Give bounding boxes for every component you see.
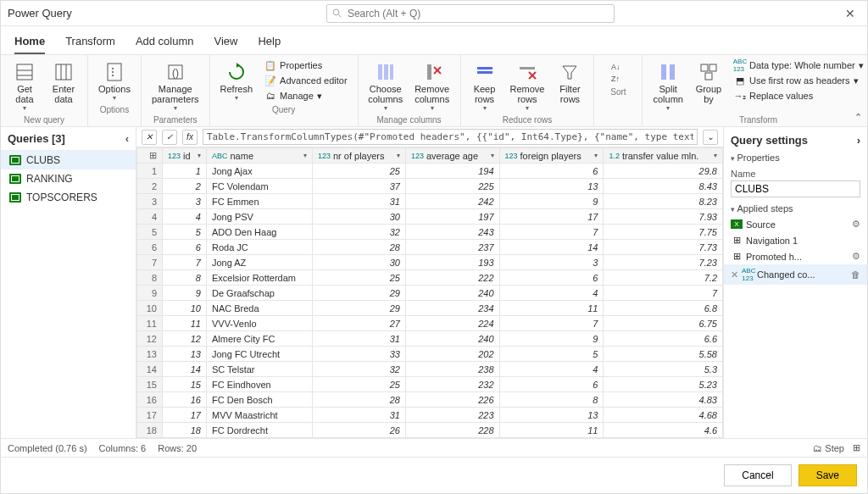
table-row[interactable]: 88Excelsior Rotterdam2522267.2 <box>137 270 723 286</box>
search-box[interactable]: Search (Alt + Q) <box>326 4 615 23</box>
split-column-button[interactable]: Split column▾ <box>649 58 686 114</box>
close-icon[interactable]: ✕ <box>840 7 860 20</box>
column-filter-icon[interactable]: ▾ <box>303 152 307 159</box>
diagram-view-icon[interactable]: ⊞ <box>853 442 860 453</box>
queries-panel: Queries [3]‹ CLUBSRANKINGTOPSCORERS <box>1 127 136 438</box>
ribbon-tabs: HomeTransformAdd columnViewHelp <box>1 26 867 55</box>
tab-help[interactable]: Help <box>258 31 281 54</box>
refresh-button[interactable]: Refresh▾ <box>217 58 257 103</box>
svg-text:Z↑: Z↑ <box>611 75 620 83</box>
accept-formula-icon[interactable]: ✓ <box>162 130 177 145</box>
applied-step[interactable]: ⊞Promoted h...⚙ <box>724 248 867 264</box>
table-row[interactable]: 11Jong Ajax25194629.8 <box>137 164 723 179</box>
step-button[interactable]: 🗂 Step <box>813 443 844 453</box>
select-all[interactable]: ⊞ <box>137 148 163 164</box>
get-data-button[interactable]: Get data▾ <box>8 58 42 114</box>
table-row[interactable]: 1414SC Telstar3223845.3 <box>137 362 723 377</box>
collapse-ribbon-icon[interactable]: ⌃ <box>854 112 862 123</box>
collapse-queries-icon[interactable]: ‹ <box>125 132 129 145</box>
save-button[interactable]: Save <box>798 464 857 486</box>
group-by-button[interactable]: Group by <box>692 58 726 106</box>
applied-step[interactable]: ✕ABC123Changed co...🗑 <box>724 264 867 285</box>
applied-step[interactable]: ⊞Navigation 1 <box>724 232 867 248</box>
svg-rect-33 <box>705 73 712 80</box>
table-row[interactable]: 99De Graafschap2924047 <box>137 286 723 301</box>
column-filter-icon[interactable]: ▾ <box>397 152 400 159</box>
table-row[interactable]: 1313Jong FC Utrecht3320255.58 <box>137 347 723 362</box>
properties-section[interactable]: Properties <box>724 150 867 165</box>
advanced-editor-button[interactable]: 📝Advanced editor <box>261 74 351 87</box>
table-row[interactable]: 44Jong PSV30197177.93 <box>137 209 723 225</box>
filter-rows-button[interactable]: Filter rows <box>553 58 587 106</box>
svg-rect-16 <box>384 64 388 80</box>
tab-view[interactable]: View <box>214 31 238 54</box>
remove-columns-button[interactable]: Remove columns▾ <box>411 58 453 114</box>
expand-formula-icon[interactable]: ⌄ <box>703 130 718 145</box>
status-completed: Completed (0.76 s) <box>8 443 87 453</box>
cancel-button[interactable]: Cancel <box>724 464 791 486</box>
replace-values-button[interactable]: →₂Replace values <box>731 89 867 103</box>
manage-parameters-button[interactable]: ()Manage parameters▾ <box>148 58 203 114</box>
table-row[interactable]: 1515FC Eindhoven2523265.23 <box>137 377 723 392</box>
keep-rows-button[interactable]: Keep rows▾ <box>468 58 502 114</box>
remove-rows-button[interactable]: Remove rows▾ <box>507 58 548 114</box>
query-item[interactable]: TOPSCORERS <box>1 188 136 207</box>
data-type-button[interactable]: ABC123Data type: Whole number ▾ <box>731 58 867 72</box>
table-row[interactable]: 1818FC Dordrecht26228114.6 <box>137 423 723 438</box>
query-name-input[interactable] <box>731 180 860 197</box>
manage-button[interactable]: 🗂Manage ▾ <box>261 89 351 103</box>
gear-icon[interactable]: ⚙ <box>852 219 860 230</box>
gear-icon[interactable]: ⚙ <box>852 251 860 262</box>
first-row-headers-button[interactable]: ⬒Use first row as headers ▾ <box>731 74 867 87</box>
column-header[interactable]: 123nr of players▾ <box>312 148 405 164</box>
column-header[interactable]: 1.2transfer value mln.▾ <box>604 148 723 164</box>
svg-point-9 <box>112 68 114 69</box>
formula-bar[interactable] <box>203 129 698 145</box>
column-header[interactable]: 123foreign players▾ <box>499 148 604 164</box>
column-filter-icon[interactable]: ▾ <box>594 152 598 159</box>
table-row[interactable]: 22FC Volendam37225138.43 <box>137 179 723 194</box>
applied-step[interactable]: XSource⚙ <box>724 216 867 232</box>
properties-button[interactable]: 📋Properties <box>261 58 351 72</box>
tab-home[interactable]: Home <box>14 31 45 54</box>
table-row[interactable]: 1717MVV Maastricht31223134.68 <box>137 408 723 423</box>
fx-icon[interactable]: fx <box>182 130 198 145</box>
table-row[interactable]: 77Jong AZ3019337.23 <box>137 255 723 270</box>
table-icon <box>9 192 21 203</box>
applied-steps-section[interactable]: Applied steps <box>724 201 867 216</box>
search-icon <box>332 8 342 19</box>
table-row[interactable]: 66Roda JC28237147.73 <box>137 240 723 255</box>
column-filter-icon[interactable]: ▾ <box>491 152 494 159</box>
column-filter-icon[interactable]: ▾ <box>198 152 201 159</box>
table-row[interactable]: 1111VVV-Venlo2722476.75 <box>137 316 723 331</box>
column-header[interactable]: 123id▾ <box>163 148 207 164</box>
query-item[interactable]: RANKING <box>1 169 136 188</box>
tab-transform[interactable]: Transform <box>65 31 115 54</box>
options-button[interactable]: Options▾ <box>95 58 134 103</box>
choose-columns-button[interactable]: Choose columns▾ <box>365 58 406 114</box>
svg-rect-21 <box>477 67 492 69</box>
column-header[interactable]: ABCname▾ <box>206 148 312 164</box>
cancel-formula-icon[interactable]: ✕ <box>142 130 157 145</box>
column-filter-icon[interactable]: ▾ <box>714 152 717 159</box>
svg-rect-5 <box>56 64 71 80</box>
status-rows: Rows: 20 <box>158 443 197 453</box>
svg-point-0 <box>333 9 339 15</box>
table-row[interactable]: 1212Almere City FC3124096.6 <box>137 331 723 347</box>
collapse-settings-icon[interactable]: › <box>857 134 860 147</box>
column-header[interactable]: 123average age▾ <box>405 148 499 164</box>
table-row[interactable]: 1010NAC Breda29234116.8 <box>137 301 723 316</box>
enter-data-button[interactable]: Enter data <box>47 58 81 106</box>
table-row[interactable]: 1616FC Den Bosch2822684.83 <box>137 392 723 408</box>
svg-text:A↓: A↓ <box>611 63 620 71</box>
status-columns: Columns: 6 <box>99 443 147 453</box>
data-grid[interactable]: ⊞123id▾ABCname▾123nr of players▾123avera… <box>136 147 723 438</box>
table-row[interactable]: 55ADO Den Haag3224377.75 <box>137 225 723 240</box>
delete-step-icon[interactable]: 🗑 <box>851 269 860 280</box>
svg-rect-2 <box>17 64 32 80</box>
table-row[interactable]: 33FC Emmen3124298.23 <box>137 194 723 209</box>
tab-add-column[interactable]: Add column <box>136 31 194 54</box>
query-item[interactable]: CLUBS <box>1 151 136 169</box>
svg-rect-15 <box>378 64 382 80</box>
sort-buttons[interactable]: A↓Z↑ <box>601 58 635 86</box>
